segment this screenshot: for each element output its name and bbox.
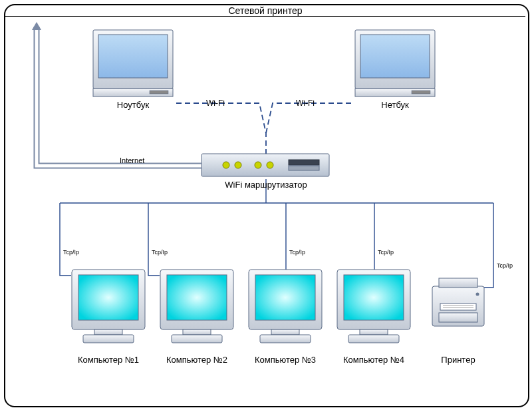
svg-rect-24 <box>255 275 315 320</box>
router-label: WiFi маршрутизатор <box>225 180 307 190</box>
svg-point-9 <box>223 162 229 168</box>
svg-point-11 <box>255 162 261 168</box>
svg-rect-28 <box>344 275 404 320</box>
svg-rect-13 <box>289 160 319 165</box>
tcp-label-1: Tcp/Ip <box>63 249 79 256</box>
netbook-label: Нетбук <box>381 100 409 110</box>
svg-rect-21 <box>183 329 211 335</box>
svg-rect-32 <box>439 278 477 288</box>
tcp-label-2: Tcp/Ip <box>152 249 168 256</box>
svg-rect-1 <box>98 35 168 78</box>
svg-point-10 <box>235 162 241 168</box>
svg-rect-33 <box>440 304 476 310</box>
svg-rect-29 <box>360 329 388 335</box>
svg-rect-26 <box>260 335 311 343</box>
svg-rect-16 <box>78 275 138 320</box>
pc2-icon <box>160 270 233 343</box>
printer-icon <box>432 278 484 326</box>
svg-point-37 <box>476 293 479 296</box>
pc3-label: Компьютер №3 <box>255 355 316 365</box>
tcp-label-5: Tcp/Ip <box>497 262 513 269</box>
wifi-links <box>176 103 351 154</box>
pc4-icon <box>337 270 410 343</box>
internet-label: Internet <box>120 156 144 164</box>
printer-label: Принтер <box>441 355 475 365</box>
svg-rect-22 <box>172 335 222 343</box>
svg-rect-25 <box>271 329 299 335</box>
pc4-label: Компьютер №4 <box>343 355 404 365</box>
tcp-label-4: Tcp/Ip <box>378 249 394 256</box>
diagram-svg: Internet Wi-Fi Wi-Fi Tcp/Ip Tcp/Ip Tcp/I… <box>0 0 532 410</box>
wifi-label-1: Wi-Fi <box>206 99 225 108</box>
svg-rect-5 <box>360 35 430 78</box>
pc1-label: Компьютер №1 <box>78 355 139 365</box>
laptop-icon <box>93 30 173 97</box>
wifi-label-2: Wi-Fi <box>296 99 315 108</box>
svg-rect-7 <box>412 91 430 94</box>
svg-rect-30 <box>348 335 399 343</box>
netbook-icon <box>355 30 435 97</box>
pc3-icon <box>249 270 322 343</box>
laptop-label: Ноутбук <box>117 100 150 110</box>
tcp-label-3: Tcp/Ip <box>289 249 305 256</box>
svg-rect-17 <box>94 329 122 335</box>
svg-rect-3 <box>150 91 168 94</box>
svg-rect-18 <box>83 335 134 343</box>
svg-rect-20 <box>167 275 227 320</box>
svg-rect-14 <box>289 166 319 170</box>
svg-point-12 <box>267 162 273 168</box>
svg-rect-36 <box>439 313 477 322</box>
router-icon <box>201 154 329 176</box>
pc2-label: Компьютер №2 <box>166 355 227 365</box>
pc1-icon <box>72 270 145 343</box>
